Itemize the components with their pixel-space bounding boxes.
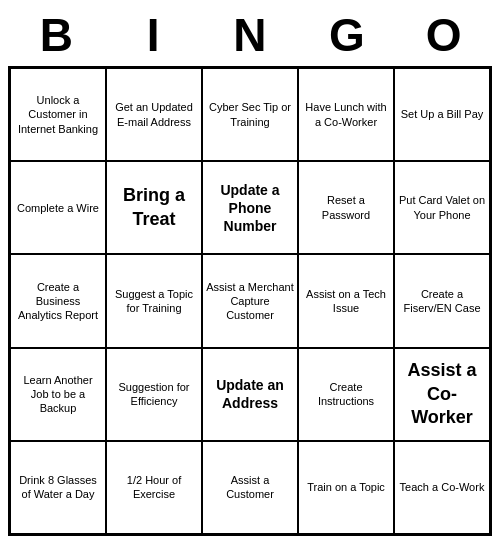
- cell-6[interactable]: Bring a Treat: [106, 161, 202, 254]
- cell-18[interactable]: Create Instructions: [298, 348, 394, 441]
- cell-14[interactable]: Create a Fiserv/EN Case: [394, 254, 490, 347]
- cell-16[interactable]: Suggestion for Efficiency: [106, 348, 202, 441]
- cell-19[interactable]: Assist a Co-Worker: [394, 348, 490, 441]
- cell-24[interactable]: Teach a Co-Work: [394, 441, 490, 534]
- cell-8[interactable]: Reset a Password: [298, 161, 394, 254]
- cell-21[interactable]: 1/2 Hour of Exercise: [106, 441, 202, 534]
- bingo-title: B I N G O: [8, 8, 492, 62]
- cell-4[interactable]: Set Up a Bill Pay: [394, 68, 490, 161]
- cell-1[interactable]: Get an Updated E-mail Address: [106, 68, 202, 161]
- cell-9[interactable]: Put Card Valet on Your Phone: [394, 161, 490, 254]
- cell-0[interactable]: Unlock a Customer in Internet Banking: [10, 68, 106, 161]
- cell-11[interactable]: Suggest a Topic for Training: [106, 254, 202, 347]
- cell-3[interactable]: Have Lunch with a Co-Worker: [298, 68, 394, 161]
- cell-23[interactable]: Train on a Topic: [298, 441, 394, 534]
- cell-12[interactable]: Assist a Merchant Capture Customer: [202, 254, 298, 347]
- cell-15[interactable]: Learn Another Job to be a Backup: [10, 348, 106, 441]
- letter-o: O: [400, 8, 488, 62]
- cell-2[interactable]: Cyber Sec Tip or Training: [202, 68, 298, 161]
- bingo-grid: Unlock a Customer in Internet Banking Ge…: [8, 66, 492, 536]
- letter-i: I: [109, 8, 197, 62]
- cell-13[interactable]: Assist on a Tech Issue: [298, 254, 394, 347]
- letter-b: B: [12, 8, 100, 62]
- letter-g: G: [303, 8, 391, 62]
- letter-n: N: [206, 8, 294, 62]
- cell-17[interactable]: Update an Address: [202, 348, 298, 441]
- cell-7[interactable]: Update a Phone Number: [202, 161, 298, 254]
- cell-10[interactable]: Create a Business Analytics Report: [10, 254, 106, 347]
- cell-20[interactable]: Drink 8 Glasses of Water a Day: [10, 441, 106, 534]
- cell-5[interactable]: Complete a Wire: [10, 161, 106, 254]
- cell-22[interactable]: Assist a Customer: [202, 441, 298, 534]
